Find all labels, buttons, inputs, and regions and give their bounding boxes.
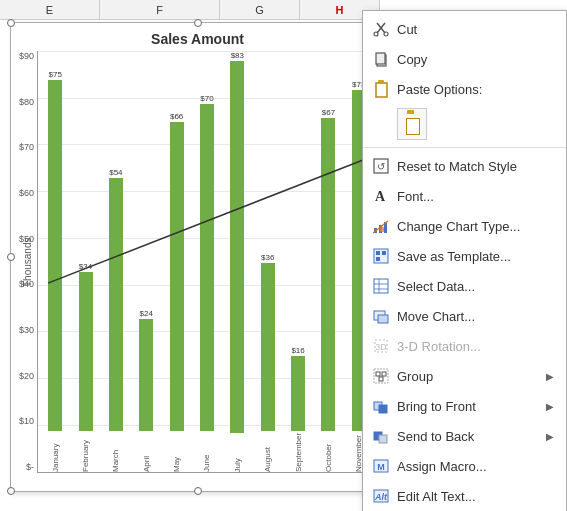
col-header-f: F bbox=[100, 0, 220, 19]
bar-value-label: $54 bbox=[109, 168, 122, 177]
column-headers: E F G H bbox=[0, 0, 390, 20]
handle-tl[interactable] bbox=[7, 19, 15, 27]
y-label: $- bbox=[6, 462, 34, 472]
macro-icon: M bbox=[371, 456, 391, 476]
bar bbox=[321, 118, 335, 431]
menu-item-cut[interactable]: Cut bbox=[363, 14, 566, 44]
svg-rect-20 bbox=[376, 257, 380, 261]
bar-group: $66May bbox=[161, 51, 191, 472]
svg-rect-7 bbox=[376, 83, 387, 97]
y-label: $30 bbox=[6, 325, 34, 335]
svg-rect-6 bbox=[376, 53, 385, 64]
menu-item-bring-front[interactable]: Bring to Front▶ bbox=[363, 391, 566, 421]
svg-point-3 bbox=[374, 32, 378, 36]
paste-icon-cell[interactable] bbox=[363, 104, 566, 144]
menu-item-select-data[interactable]: Select Data... bbox=[363, 271, 566, 301]
y-labels: $90$80$70$60$50$40$30$20$10$- bbox=[6, 51, 34, 472]
handle-bl[interactable] bbox=[7, 487, 15, 495]
bar-value-label: $36 bbox=[261, 253, 274, 262]
context-menu: CutCopyPaste Options:↺Reset to Match Sty… bbox=[362, 10, 567, 511]
y-label: $70 bbox=[6, 142, 34, 152]
chart-type-icon bbox=[371, 216, 391, 236]
menu-label-font: Font... bbox=[397, 189, 554, 204]
bar bbox=[48, 80, 62, 431]
menu-item-copy[interactable]: Copy bbox=[363, 44, 566, 74]
menu-item-paste-options: Paste Options: bbox=[363, 74, 566, 104]
bar-month-label: July bbox=[233, 436, 242, 472]
move-chart-icon bbox=[371, 306, 391, 326]
bar-value-label: $16 bbox=[291, 346, 304, 355]
svg-rect-36 bbox=[379, 435, 387, 443]
bar-group: $83July bbox=[222, 51, 252, 472]
handle-tm[interactable] bbox=[194, 19, 202, 27]
bar bbox=[200, 104, 214, 431]
menu-item-font[interactable]: AFont... bbox=[363, 181, 566, 211]
bar-group: $67October bbox=[313, 51, 343, 472]
chart-inner: $90$80$70$60$50$40$30$20$10$- $75January… bbox=[37, 51, 376, 473]
menu-item-assign-macro[interactable]: MAssign Macro... bbox=[363, 451, 566, 481]
paste-options-icon bbox=[371, 79, 391, 99]
svg-rect-30 bbox=[376, 372, 380, 376]
bar-value-label: $67 bbox=[322, 108, 335, 117]
paste-button[interactable] bbox=[397, 108, 427, 140]
bar-value-label: $83 bbox=[231, 51, 244, 60]
chart-container[interactable]: Sales Amount Thousands $90$80$70$60$50$4… bbox=[10, 22, 385, 492]
y-label: $40 bbox=[6, 279, 34, 289]
bar-value-label: $24 bbox=[140, 309, 153, 318]
bar-month-label: October bbox=[324, 434, 333, 472]
menu-item-change-chart[interactable]: Change Chart Type... bbox=[363, 211, 566, 241]
paste-options-label: Paste Options: bbox=[397, 82, 554, 97]
svg-text:A: A bbox=[375, 189, 386, 204]
bar-group: $70June bbox=[192, 51, 222, 472]
bar bbox=[170, 122, 184, 431]
bar-value-label: $34 bbox=[79, 262, 92, 271]
menu-label-send-back: Send to Back bbox=[397, 429, 542, 444]
svg-text:↺: ↺ bbox=[377, 161, 385, 172]
bar-month-label: June bbox=[202, 434, 211, 472]
handle-bm[interactable] bbox=[194, 487, 202, 495]
select-data-icon bbox=[371, 276, 391, 296]
svg-rect-16 bbox=[380, 227, 384, 232]
bar-month-label: April bbox=[142, 434, 151, 472]
menu-item-save-template[interactable]: Save as Template... bbox=[363, 241, 566, 271]
menu-item-reset-match[interactable]: ↺Reset to Match Style bbox=[363, 151, 566, 181]
y-label: $60 bbox=[6, 188, 34, 198]
bar-group: $54March bbox=[101, 51, 131, 472]
menu-label-group: Group bbox=[397, 369, 542, 384]
menu-item-send-back[interactable]: Send to Back▶ bbox=[363, 421, 566, 451]
group-icon bbox=[371, 366, 391, 386]
bar-month-label: January bbox=[51, 434, 60, 472]
bring-front-icon bbox=[371, 396, 391, 416]
svg-text:M: M bbox=[377, 462, 385, 472]
bar bbox=[261, 263, 275, 431]
menu-label-assign-macro: Assign Macro... bbox=[397, 459, 554, 474]
svg-text:3D: 3D bbox=[375, 342, 387, 352]
menu-item-move-chart[interactable]: Move Chart... bbox=[363, 301, 566, 331]
col-header-e: E bbox=[0, 0, 100, 19]
font-icon: A bbox=[371, 186, 391, 206]
rotation-icon: 3D bbox=[371, 336, 391, 356]
menu-item-edit-alt[interactable]: AltEdit Alt Text... bbox=[363, 481, 566, 511]
svg-rect-26 bbox=[378, 315, 388, 323]
bar-value-label: $75 bbox=[49, 70, 62, 79]
bar-month-label: September bbox=[294, 434, 303, 472]
bar-group: $34February bbox=[70, 51, 100, 472]
bar bbox=[230, 61, 244, 433]
bar bbox=[291, 356, 305, 431]
menu-item-group[interactable]: Group▶ bbox=[363, 361, 566, 391]
y-label: $80 bbox=[6, 97, 34, 107]
bar-group: $75January bbox=[40, 51, 70, 472]
y-label: $20 bbox=[6, 371, 34, 381]
bar-group: $24April bbox=[131, 51, 161, 472]
reset-icon: ↺ bbox=[371, 156, 391, 176]
menu-label-change-chart: Change Chart Type... bbox=[397, 219, 554, 234]
svg-rect-21 bbox=[374, 279, 388, 293]
menu-label-bring-front: Bring to Front bbox=[397, 399, 542, 414]
send-back-icon bbox=[371, 426, 391, 446]
menu-label-cut: Cut bbox=[397, 22, 554, 37]
bar-month-label: March bbox=[111, 434, 120, 472]
y-label: $10 bbox=[6, 416, 34, 426]
bar bbox=[79, 272, 93, 431]
menu-label-move-chart: Move Chart... bbox=[397, 309, 554, 324]
menu-label-select-data: Select Data... bbox=[397, 279, 554, 294]
